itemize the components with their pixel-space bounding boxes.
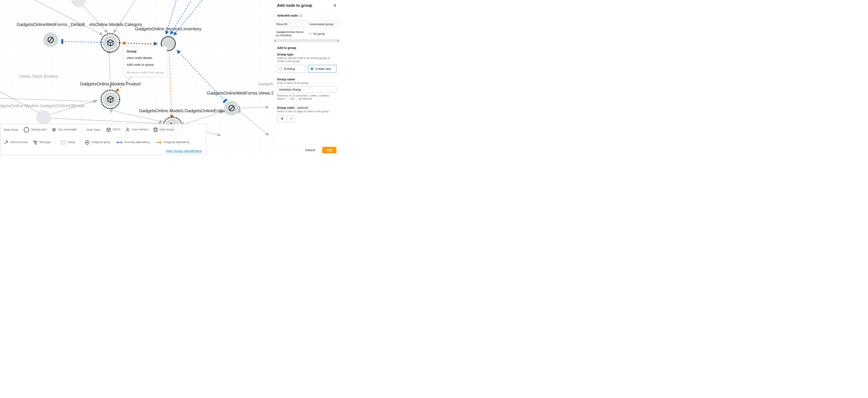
legend-multi-type: Multi-type — [33, 140, 51, 145]
tools-icon — [4, 140, 8, 145]
database-icon — [153, 127, 158, 132]
svg-point-43 — [35, 143, 36, 144]
node-label-inventory: GadgetsOnline.Services.Inventory — [135, 26, 202, 32]
group-type-label: Group type — [277, 53, 336, 56]
group-name-input[interactable] — [277, 86, 336, 93]
graph-canvas[interactable]: GadgetsOnlineWebForms._Default etsOnline… — [0, 0, 273, 156]
scroll-right-icon[interactable]: ► — [337, 39, 340, 42]
node-label-product: GadgetsOnline.Models.Product — [80, 82, 141, 87]
node-product[interactable] — [100, 89, 121, 110]
group-name-constraint: Maximum of 20 characters. Letters, numbe… — [277, 94, 336, 100]
starting-point-icon — [24, 127, 29, 132]
close-icon[interactable]: ✕ — [333, 3, 336, 8]
node-label-entities: GadgetsOnline.Models.GadgetsOnlineEntiti… — [139, 109, 228, 114]
svg-line-24 — [49, 38, 53, 42]
node-default[interactable] — [40, 29, 61, 50]
svg-rect-46 — [61, 141, 65, 144]
node-label-shoppingcart: GadgetsOnlineWebForms.Views.ShoppingCa — [207, 91, 273, 96]
menu-view-node-details[interactable]: View node details — [124, 54, 167, 61]
scroll-left-icon[interactable]: ◄ — [274, 39, 277, 42]
radio-icon — [310, 67, 313, 70]
collapsed-group-icon — [85, 140, 90, 145]
svg-line-13 — [0, 98, 96, 101]
chevron-down-icon — [287, 115, 295, 122]
legend-incoming: Incoming dependency — [115, 141, 150, 144]
context-menu-header: Group — [124, 48, 167, 54]
non-extractable-icon — [228, 105, 235, 112]
legend-collapsed-group: Collapsed group — [85, 140, 110, 145]
group-color-hint: Select a color to apply to nodes in this… — [277, 110, 336, 113]
svg-point-39 — [127, 128, 128, 129]
group-color-label: Group color - optional — [277, 106, 336, 110]
group-name-label: Group name — [277, 78, 336, 81]
horizontal-scrollbar[interactable]: ◄ ► — [274, 39, 340, 42]
svg-point-48 — [64, 142, 64, 142]
svg-line-28 — [229, 106, 234, 110]
legend-outgoing: Outgoing dependency — [155, 141, 190, 144]
svg-point-42 — [36, 141, 37, 142]
add-button[interactable]: Add — [322, 147, 336, 153]
svg-point-49 — [62, 143, 63, 144]
selected-node-table-header: Class ID Associated group — [274, 20, 340, 28]
legend-user-interface: User Interface — [125, 127, 148, 132]
cell-class-id: GadgetsOnline.Services.Inventory — [274, 28, 307, 39]
svg-point-35 — [24, 127, 29, 132]
non-extractable-icon — [51, 127, 57, 132]
color-swatch — [277, 118, 287, 120]
node-faded-top[interactable] — [68, 0, 89, 10]
starting-ring-icon — [100, 89, 121, 110]
svg-point-26 — [101, 90, 120, 109]
node-label-rightfaded: GadgetsOnline — [258, 82, 273, 87]
col-assoc-group: Associated group — [307, 20, 340, 28]
legend-node-group-label: Node Group — [4, 128, 19, 131]
node-shoppingcart[interactable] — [221, 98, 242, 119]
radio-existing[interactable]: Existing — [277, 65, 305, 73]
poco-icon — [106, 127, 111, 132]
cancel-button[interactable]: Cancel — [301, 147, 319, 153]
menu-remove-node-from-group: Remove node from group — [124, 69, 167, 76]
non-extractable-icon — [48, 36, 54, 43]
add-to-group-header: Add to group — [277, 46, 336, 50]
group-color-select[interactable] — [277, 115, 295, 122]
svg-line-22 — [239, 112, 269, 135]
legend-group: Group — [61, 140, 75, 145]
group-color-dot — [309, 33, 312, 35]
legend-non-extractable: Non extractable — [51, 127, 77, 132]
view-group-classification-link[interactable]: View Group classification — [165, 149, 202, 153]
svg-line-45 — [35, 142, 36, 143]
side-panel: Add node to group ✕ Selected node (1) Cl… — [273, 0, 340, 156]
divider — [124, 68, 167, 69]
node-label-category: etsOnline.Models.Category — [89, 22, 142, 28]
legend-poco: POCO — [106, 127, 120, 132]
starting-ring-icon — [100, 32, 121, 53]
col-class-id: Class ID — [274, 20, 307, 28]
node-category[interactable] — [100, 32, 121, 53]
radio-icon — [279, 67, 282, 70]
legend-service-access: Service Access — [4, 140, 28, 145]
context-menu: Group View node details Add node to grou… — [123, 47, 167, 77]
group-name-hint: Enter a name for the group. — [277, 82, 336, 85]
cell-assoc-group: No group — [307, 28, 340, 39]
panel-title: Add node to group — [277, 3, 312, 8]
svg-line-11 — [45, 118, 162, 123]
group-icon — [61, 140, 66, 145]
svg-point-40 — [154, 128, 157, 129]
selected-node-row: GadgetsOnline.Services.Inventory No grou… — [274, 28, 340, 39]
selected-node-header: Selected node (1) — [277, 14, 336, 17]
user-icon — [125, 127, 130, 132]
svg-point-47 — [62, 142, 63, 142]
legend-starting-point: Starting point — [24, 127, 46, 132]
svg-point-41 — [34, 141, 35, 142]
menu-add-node-to-group[interactable]: Add node to group — [124, 61, 167, 68]
radio-create-new[interactable]: Create new — [308, 65, 336, 73]
svg-point-25 — [101, 34, 120, 52]
svg-rect-55 — [121, 141, 122, 144]
legend: Node Group Starting point Non extractabl… — [0, 124, 206, 155]
node-label-default: GadgetsOnlineWebForms._Default — [17, 22, 85, 28]
outgoing-arrow-icon — [155, 141, 162, 144]
multi-type-icon — [33, 140, 38, 145]
node-label-storebrowse: Views.Store.Browse — [19, 74, 58, 80]
group-type-hint: Select to add the node to an existing gr… — [277, 57, 336, 63]
svg-point-50 — [64, 143, 64, 144]
svg-line-21 — [239, 107, 269, 108]
